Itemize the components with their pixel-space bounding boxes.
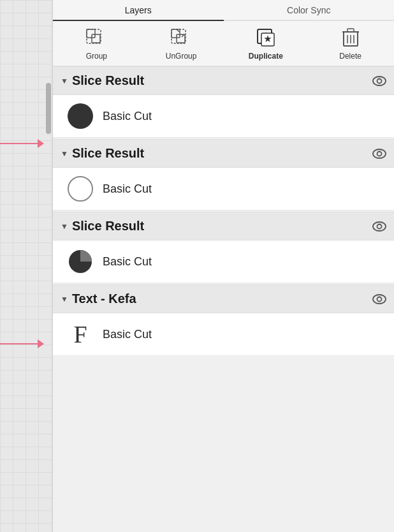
- svg-point-19: [377, 151, 382, 156]
- svg-point-16: [373, 77, 386, 85]
- group-icon: [85, 26, 108, 49]
- chevron-down-icon-1: ▼: [61, 77, 68, 85]
- delete-icon: [339, 26, 362, 49]
- layer-item-2[interactable]: Basic Cut: [53, 168, 394, 211]
- svg-point-18: [373, 149, 386, 158]
- duplicate-button[interactable]: Duplicate: [247, 26, 285, 61]
- filled-circle-thumb-1: [68, 103, 93, 129]
- scrollbar-thumb[interactable]: [46, 83, 51, 134]
- empty-circle-thumb: [68, 176, 93, 202]
- eye-icon-1[interactable]: [372, 76, 386, 86]
- layer-group-3-title: Slice Result: [72, 219, 372, 233]
- eye-icon-2[interactable]: [372, 149, 386, 159]
- eye-icon-4[interactable]: [372, 294, 386, 304]
- layer-group-2: ▼ Slice Result Basic Cut: [53, 139, 394, 211]
- svg-point-20: [373, 222, 386, 231]
- layer-group-4-title: Text - Kefa: [72, 292, 372, 306]
- ungroup-icon: [170, 26, 193, 49]
- canvas-edge: [0, 0, 53, 532]
- layers-content: ▼ Slice Result Basic Cut ▼ Sl: [53, 66, 394, 532]
- chevron-down-icon-3: ▼: [61, 222, 68, 231]
- svg-rect-3: [171, 29, 180, 38]
- thumbnail-1: [66, 101, 95, 131]
- thumbnail-3: [66, 247, 95, 276]
- layer-item-4-label: Basic Cut: [103, 328, 152, 341]
- delete-label: Delete: [339, 52, 361, 61]
- svg-point-17: [377, 78, 382, 83]
- duplicate-icon: [254, 26, 277, 49]
- layer-group-2-header[interactable]: ▼ Slice Result: [53, 139, 394, 168]
- layers-panel: Layers Color Sync Group: [53, 0, 394, 532]
- layer-item-2-label: Basic Cut: [103, 182, 152, 196]
- tab-layers[interactable]: Layers: [53, 0, 224, 21]
- layer-group-3-header[interactable]: ▼ Slice Result: [53, 212, 394, 240]
- eye-icon-3[interactable]: [372, 221, 386, 232]
- toolbar: Group UnGroup: [53, 21, 394, 66]
- layer-item-3[interactable]: Basic Cut: [53, 240, 394, 283]
- text-f-thumb: F: [73, 322, 87, 346]
- layer-item-1[interactable]: Basic Cut: [53, 95, 394, 138]
- layer-group-1-title: Slice Result: [72, 73, 372, 88]
- svg-point-23: [373, 295, 386, 304]
- layer-item-3-label: Basic Cut: [103, 255, 152, 269]
- svg-point-21: [377, 224, 382, 228]
- duplicate-label: Duplicate: [249, 52, 283, 61]
- layer-group-1: ▼ Slice Result Basic Cut: [53, 66, 394, 138]
- layer-group-4: ▼ Text - Kefa F Basic Cut: [53, 284, 394, 356]
- chevron-down-icon-4: ▼: [61, 295, 68, 304]
- chevron-down-icon-2: ▼: [61, 149, 68, 158]
- tab-bar: Layers Color Sync: [53, 0, 394, 21]
- layer-group-1-header[interactable]: ▼ Slice Result: [53, 66, 394, 95]
- svg-rect-2: [87, 29, 101, 43]
- layer-item-4[interactable]: F Basic Cut: [53, 313, 394, 356]
- thumbnail-2: [66, 174, 95, 203]
- svg-rect-1: [92, 34, 100, 43]
- layer-item-1-label: Basic Cut: [103, 110, 152, 123]
- ungroup-label: UnGroup: [166, 52, 197, 61]
- layer-group-2-title: Slice Result: [72, 146, 372, 161]
- svg-point-24: [377, 297, 382, 301]
- svg-rect-12: [347, 29, 354, 32]
- group-label: Group: [86, 52, 107, 61]
- grid-background: [0, 0, 52, 532]
- arrow-2: [0, 339, 52, 348]
- ungroup-button[interactable]: UnGroup: [162, 26, 200, 61]
- arrow-1: [0, 139, 52, 148]
- thumbnail-4: F: [66, 320, 95, 349]
- layer-group-3: ▼ Slice Result Basic Cut: [53, 212, 394, 283]
- group-button[interactable]: Group: [77, 26, 115, 61]
- tab-color-sync[interactable]: Color Sync: [224, 0, 395, 21]
- layer-group-4-header[interactable]: ▼ Text - Kefa: [53, 284, 394, 313]
- svg-rect-0: [87, 29, 95, 38]
- delete-button[interactable]: Delete: [332, 26, 370, 61]
